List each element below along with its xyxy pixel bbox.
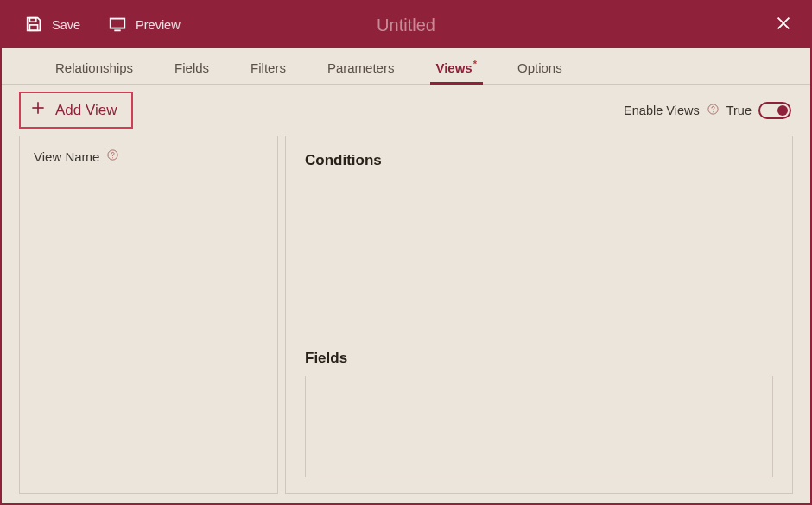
conditions-heading: Conditions xyxy=(305,152,773,169)
tab-label: Options xyxy=(517,60,562,75)
fields-section: Fields xyxy=(305,350,773,477)
action-bar: Add View Enable Views True xyxy=(2,85,810,136)
svg-point-9 xyxy=(713,111,714,112)
preview-button[interactable]: Preview xyxy=(98,9,191,41)
fields-heading: Fields xyxy=(305,350,773,367)
preview-label: Preview xyxy=(136,18,181,32)
enable-views-control: Enable Views True xyxy=(624,102,791,119)
add-view-button[interactable]: Add View xyxy=(19,92,133,129)
tab-bar: Relationships Fields Filters Parameters … xyxy=(2,48,810,85)
tab-options[interactable]: Options xyxy=(516,52,564,84)
svg-rect-2 xyxy=(111,18,125,28)
save-label: Save xyxy=(52,18,80,32)
enable-views-toggle[interactable] xyxy=(758,102,791,119)
main-panels: View Name Conditions Fields xyxy=(2,136,810,505)
title-bar: Save Preview Untitled xyxy=(2,2,810,48)
plus-icon xyxy=(29,99,47,121)
tab-label: Relationships xyxy=(55,60,133,75)
save-icon xyxy=(24,15,43,36)
dirty-indicator-icon: * xyxy=(473,59,477,69)
preview-icon xyxy=(108,15,127,36)
svg-rect-0 xyxy=(29,17,35,22)
add-view-label: Add View xyxy=(55,102,117,119)
enable-views-value: True xyxy=(726,104,752,117)
tab-filters[interactable]: Filters xyxy=(249,52,288,84)
view-list-panel: View Name xyxy=(19,136,278,494)
tab-label: Fields xyxy=(174,60,209,75)
view-name-header: View Name xyxy=(34,148,263,164)
tab-views[interactable]: Views* xyxy=(434,52,478,84)
toggle-knob xyxy=(777,105,788,116)
tab-label: Filters xyxy=(251,60,286,75)
close-icon xyxy=(774,21,793,35)
fields-box[interactable] xyxy=(305,376,773,477)
view-name-label: View Name xyxy=(34,149,99,164)
close-button[interactable] xyxy=(774,14,793,36)
tab-parameters[interactable]: Parameters xyxy=(326,52,396,84)
view-detail-panel: Conditions Fields xyxy=(285,136,793,494)
tab-fields[interactable]: Fields xyxy=(173,52,211,84)
svg-point-11 xyxy=(112,157,113,158)
help-icon[interactable] xyxy=(707,103,720,118)
help-icon[interactable] xyxy=(106,148,119,164)
conditions-area xyxy=(305,174,773,346)
enable-views-label: Enable Views xyxy=(624,104,700,117)
tab-label: Views xyxy=(435,60,472,75)
tab-relationships[interactable]: Relationships xyxy=(54,52,135,84)
svg-rect-1 xyxy=(29,24,37,29)
save-button[interactable]: Save xyxy=(14,9,91,41)
tab-label: Parameters xyxy=(327,60,395,75)
